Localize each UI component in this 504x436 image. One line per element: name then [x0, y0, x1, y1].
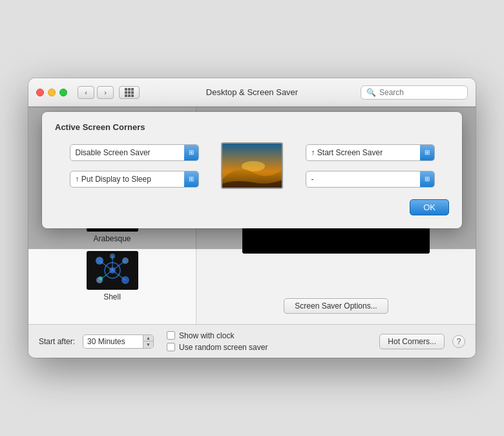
top-left-corner-select[interactable]: Disable Screen Saver ⊞ [70, 144, 199, 161]
spinner-down-button[interactable]: ▼ [143, 342, 153, 348]
svg-line-21 [112, 270, 125, 280]
active-corners-modal: Active Screen Corners Disable Screen Sav… [42, 112, 462, 228]
window-title: Desktop & Screen Saver [206, 87, 298, 97]
maximize-button[interactable] [59, 89, 67, 96]
help-button[interactable]: ? [452, 335, 465, 348]
modal-title: Active Screen Corners [55, 122, 449, 132]
back-icon: ‹ [85, 89, 87, 96]
screen-preview-image [221, 142, 283, 189]
modal-footer: OK [55, 199, 449, 215]
bottom-left-arrow[interactable]: ⊞ [184, 171, 198, 187]
svg-line-17 [112, 261, 125, 270]
spinner-up-button[interactable]: ▲ [143, 335, 153, 342]
hot-corners-button[interactable]: Hot Corners... [379, 334, 445, 349]
top-right-corner-select[interactable]: ↑ Start Screen Saver ⊞ [306, 144, 435, 161]
grid-view-button[interactable] [119, 86, 140, 99]
use-random-label: Use random screen saver [179, 343, 268, 352]
use-random-checkbox[interactable] [167, 343, 175, 351]
close-button[interactable] [36, 89, 44, 96]
search-bar[interactable]: 🔍 [361, 85, 468, 100]
top-right-arrow[interactable]: ⊞ [420, 145, 434, 160]
grid-icon [125, 88, 134, 97]
shell-thumbnail [87, 251, 138, 290]
search-icon: 🔍 [366, 88, 376, 97]
show-with-clock-label: Show with clock [179, 331, 234, 340]
titlebar: ‹ › Desktop & Screen Saver 🔍 [28, 78, 476, 107]
top-left-arrow[interactable]: ⊞ [184, 145, 198, 160]
ok-button[interactable]: OK [410, 199, 449, 215]
bottom-left-corner-select[interactable]: ↑ Put Display to Sleep ⊞ [70, 171, 199, 188]
top-right-value: ↑ Start Screen Saver [306, 148, 420, 157]
forward-icon: › [104, 89, 107, 96]
duration-value: 30 Minutes [83, 337, 143, 346]
screensaver-item-shell[interactable]: Shell [28, 247, 196, 305]
start-after-label: Start after: [39, 337, 75, 346]
svg-line-15 [100, 261, 112, 270]
bottom-right-value: - [306, 175, 420, 184]
show-with-clock-row: Show with clock [167, 331, 268, 340]
screen-saver-options-button[interactable]: Screen Saver Options... [284, 298, 388, 314]
help-icon: ? [457, 337, 461, 346]
shell-label: Shell [103, 292, 121, 301]
modal-overlay: Active Screen Corners Disable Screen Sav… [28, 107, 476, 249]
forward-button[interactable]: › [97, 86, 114, 99]
bottom-right-corner-select[interactable]: - ⊞ [306, 171, 435, 188]
use-random-row: Use random screen saver [167, 343, 268, 352]
duration-selector[interactable]: 30 Minutes ▲ ▼ [83, 334, 154, 349]
bottom-bar: Start after: 30 Minutes ▲ ▼ Show with cl… [28, 324, 476, 358]
main-window: ‹ › Desktop & Screen Saver 🔍 Active Scre… [28, 78, 476, 358]
back-button[interactable]: ‹ [78, 86, 94, 99]
show-with-clock-checkbox[interactable] [167, 331, 175, 340]
duration-spinner[interactable]: ▲ ▼ [143, 335, 153, 348]
bottom-right-arrow[interactable]: ⊞ [420, 171, 434, 187]
corners-grid: Disable Screen Saver ⊞ [55, 142, 449, 189]
svg-point-24 [99, 276, 103, 280]
minimize-button[interactable] [48, 89, 56, 96]
top-left-value: Disable Screen Saver [70, 148, 184, 157]
options-checkboxes: Show with clock Use random screen saver [167, 331, 268, 352]
traffic-lights [36, 89, 67, 96]
bottom-left-value: ↑ Put Display to Sleep [70, 175, 184, 184]
search-input[interactable] [379, 88, 462, 97]
nav-buttons: ‹ › [78, 86, 140, 99]
